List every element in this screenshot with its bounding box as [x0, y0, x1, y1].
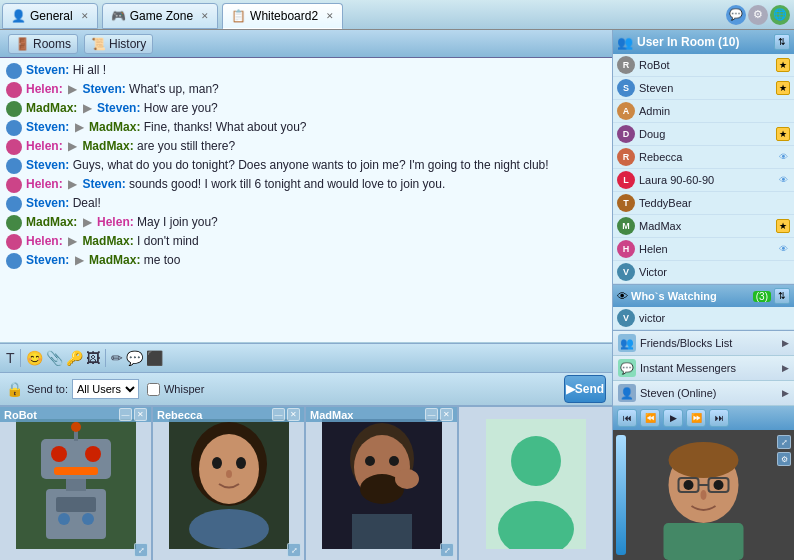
user-list-item[interactable]: MMadMax★	[613, 215, 794, 238]
right-controls: ⤢ ⚙	[777, 435, 791, 466]
whisper-label: Whisper	[164, 383, 204, 395]
send-to-select[interactable]: All Users Selected	[72, 379, 139, 399]
svg-point-15	[212, 457, 222, 469]
video-minimize[interactable]: —	[119, 408, 132, 421]
svg-point-36	[684, 480, 694, 490]
watching-sort-btn[interactable]: ⇅	[774, 288, 790, 304]
video-close3[interactable]: ✕	[440, 408, 453, 421]
media-skip-forward[interactable]: ⏭	[709, 409, 729, 427]
user-avatar: R	[617, 148, 635, 166]
general-tab-close[interactable]: ✕	[81, 11, 89, 21]
video-minimize3[interactable]: —	[425, 408, 438, 421]
users-sort-btn[interactable]: ⇅	[774, 34, 790, 50]
emoji-tool[interactable]: 😊	[26, 350, 43, 366]
message-username: Helen:	[26, 234, 63, 248]
block-tool[interactable]: ⬛	[146, 350, 163, 366]
svg-point-4	[51, 446, 67, 462]
user-status-icon[interactable]: ★	[776, 219, 790, 233]
user-list-item[interactable]: DDoug★	[613, 123, 794, 146]
video-name-madmax: MadMax	[310, 409, 353, 421]
user-cam-icon[interactable]: 👁	[776, 242, 790, 256]
user-avatar: D	[617, 125, 635, 143]
settings-icon-btn[interactable]: ⚙	[748, 5, 768, 25]
send-button[interactable]: ▶ Send	[564, 375, 606, 403]
media-rewind[interactable]: ⏪	[640, 409, 660, 427]
svg-rect-39	[664, 523, 744, 560]
msg-tool[interactable]: 💬	[126, 350, 143, 366]
madmax-expand[interactable]: ⤢	[440, 543, 454, 557]
video-header-madmax: MadMax — ✕	[306, 407, 457, 422]
message-arrow: ▶	[75, 120, 84, 134]
svg-point-5	[85, 446, 101, 462]
gamezone-tab-close[interactable]: ✕	[201, 11, 209, 21]
message-text: Helen: ▶ MadMax: I don't mind	[26, 233, 606, 250]
im-expand: ▶	[782, 363, 789, 373]
tab-general[interactable]: 👤 General ✕	[2, 3, 98, 29]
video-close2[interactable]: ✕	[287, 408, 300, 421]
whiteboard-tab-close[interactable]: ✕	[326, 11, 334, 21]
media-skip-back[interactable]: ⏮	[617, 409, 637, 427]
message-username: Steven:	[26, 196, 69, 210]
key-tool[interactable]: 🔑	[66, 350, 83, 366]
message-content: Hi all !	[73, 63, 106, 77]
user-name-label: Doug	[639, 128, 772, 140]
message-target: MadMax:	[82, 234, 133, 248]
user-list-item[interactable]: AAdmin	[613, 100, 794, 123]
network-icon-btn[interactable]: 🌐	[770, 5, 790, 25]
whisper-checkbox[interactable]	[147, 383, 160, 396]
message-avatar	[6, 63, 22, 79]
video-close[interactable]: ✕	[134, 408, 147, 421]
friends-list-item[interactable]: 👥 Friends/Blocks List ▶	[613, 331, 794, 356]
volume-slider[interactable]	[616, 435, 626, 555]
message-avatar	[6, 177, 22, 193]
expand-video-btn[interactable]: ⤢	[777, 435, 791, 449]
user-list-item[interactable]: RRebecca👁	[613, 146, 794, 169]
message-line: Helen: ▶ Steven: sounds good! I work til…	[6, 176, 606, 193]
user-list-item[interactable]: HHelen👁	[613, 238, 794, 261]
rooms-button[interactable]: 🚪 Rooms	[8, 34, 78, 54]
history-icon: 📜	[91, 37, 106, 51]
chat-messages[interactable]: Steven: Hi all !Helen: ▶ Steven: What's …	[0, 58, 612, 343]
tab-gamezone[interactable]: 🎮 Game Zone ✕	[102, 3, 218, 29]
user-name-label: MadMax	[639, 220, 772, 232]
text-tool[interactable]: T	[6, 350, 15, 366]
im-icon: 💬	[618, 359, 636, 377]
user-status-icon[interactable]: ★	[776, 58, 790, 72]
media-forward[interactable]: ⏩	[686, 409, 706, 427]
user-list-item[interactable]: SSteven★	[613, 77, 794, 100]
steven-online-item[interactable]: 👤 Steven (Online) ▶	[613, 381, 794, 406]
tab-whiteboard2[interactable]: 📋 Whiteboard2 ✕	[222, 3, 343, 29]
im-item[interactable]: 💬 Instant Messengers ▶	[613, 356, 794, 381]
settings-video-btn[interactable]: ⚙	[777, 452, 791, 466]
user-status-icon[interactable]: ★	[776, 81, 790, 95]
svg-rect-6	[54, 467, 98, 475]
message-target: Helen:	[97, 215, 134, 229]
message-line: Helen: ▶ MadMax: are you still there?	[6, 138, 606, 155]
divider1	[20, 349, 21, 367]
watching-user-victor[interactable]: V victor	[613, 307, 794, 330]
message-arrow: ▶	[68, 234, 77, 248]
message-line: Helen: ▶ MadMax: I don't mind	[6, 233, 606, 250]
robot-expand[interactable]: ⤢	[134, 543, 148, 557]
message-avatar	[6, 158, 22, 174]
user-cam-icon[interactable]: 👁	[776, 173, 790, 187]
user-cam-icon[interactable]: 👁	[776, 150, 790, 164]
user-list-item[interactable]: RRoBot★	[613, 54, 794, 77]
draw-tool[interactable]: ✏	[111, 350, 123, 366]
media-play[interactable]: ▶	[663, 409, 683, 427]
chat-icon-btn[interactable]: 💬	[726, 5, 746, 25]
user-list-item[interactable]: VVictor	[613, 261, 794, 284]
message-content: How are you?	[144, 101, 218, 115]
image-tool[interactable]: 🖼	[86, 350, 100, 366]
user-status-icon[interactable]: ★	[776, 127, 790, 141]
user-list-item[interactable]: LLaura 90-60-90👁	[613, 169, 794, 192]
user-avatar: H	[617, 240, 635, 258]
message-line: MadMax: ▶ Helen: May I join you?	[6, 214, 606, 231]
history-button[interactable]: 📜 History	[84, 34, 153, 54]
attach-tool[interactable]: 📎	[46, 350, 63, 366]
message-username: Steven:	[26, 158, 69, 172]
video-minimize2[interactable]: —	[272, 408, 285, 421]
users-header-label: User In Room	[637, 35, 715, 49]
rebecca-expand[interactable]: ⤢	[287, 543, 301, 557]
user-list-item[interactable]: TTeddyBear	[613, 192, 794, 215]
